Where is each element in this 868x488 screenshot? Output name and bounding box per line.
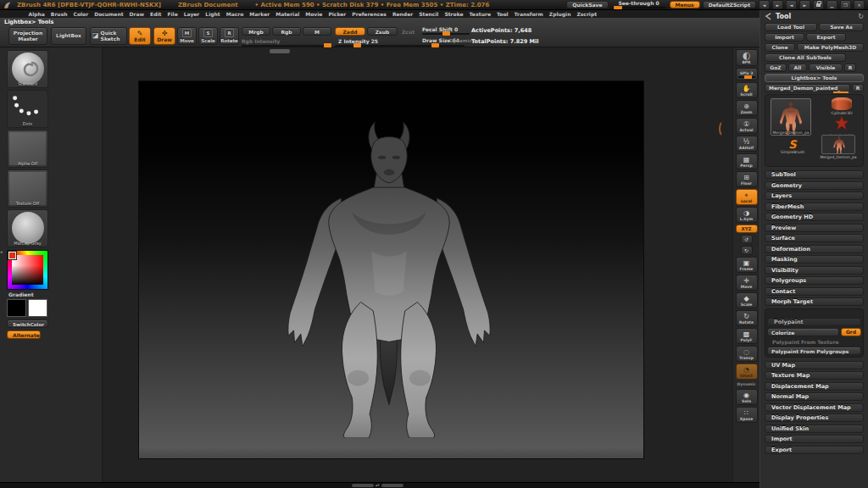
menu-item[interactable]: File <box>164 11 181 17</box>
save-as-button[interactable]: Save As <box>819 23 864 31</box>
lightbox-button[interactable]: LightBox <box>51 27 86 45</box>
restore-config-icon[interactable]: ↻ <box>858 13 864 20</box>
menu-item[interactable]: Draw <box>126 11 147 17</box>
right-shelf-button[interactable]: ① Actual <box>736 118 758 134</box>
rgb-intensity-slider[interactable] <box>242 45 331 47</box>
move-button[interactable]: M Move <box>177 27 197 45</box>
tool-section-header[interactable]: Layers <box>765 191 864 200</box>
right-shelf-button[interactable]: SPix 3 <box>736 68 758 80</box>
draw-button[interactable]: ✜ Draw <box>153 27 175 45</box>
tool-section-header[interactable]: Texture Map <box>765 371 864 380</box>
right-shelf-button[interactable]: ◌ Transp <box>736 346 758 362</box>
canvas-workspace[interactable] <box>103 47 732 482</box>
tray-collapse-arrow[interactable]: ◂ <box>0 249 3 254</box>
menu-item[interactable]: Layer <box>181 11 203 17</box>
close-icon[interactable]: ✕ <box>854 0 865 9</box>
tool-section-header[interactable]: Geometry HD <box>765 213 864 221</box>
brush-selector[interactable]: Standard <box>7 50 48 88</box>
right-shelf-button[interactable]: ▣ Frame <box>736 257 758 273</box>
export-button[interactable]: Export <box>806 33 846 42</box>
menu-item[interactable]: Movie <box>303 11 326 17</box>
right-shelf-button[interactable]: ½ AAHalf <box>736 136 758 152</box>
polypaint-header[interactable]: Polypaint <box>767 318 861 326</box>
import-button[interactable]: Import <box>765 33 804 42</box>
doc-next-icon[interactable]: ► <box>772 0 783 9</box>
demon-model[interactable] <box>283 120 495 438</box>
tool-section-header[interactable]: Geometry <box>765 181 864 190</box>
menu-item[interactable]: Stencil <box>416 11 442 17</box>
menu-item[interactable]: Brush <box>47 11 70 17</box>
quick-sketch-button[interactable]: ◪ Quick Sketch <box>90 27 127 45</box>
menu-item[interactable]: Edit <box>147 11 164 17</box>
menu-item[interactable]: Render <box>389 11 415 17</box>
menu-item[interactable]: Tool <box>493 11 511 17</box>
menu-item[interactable]: Stroke <box>442 11 466 17</box>
tool-section-header[interactable]: UV Map <box>765 361 864 369</box>
right-shelf-button[interactable]: ▦ Persp <box>736 153 758 169</box>
zsub-button[interactable]: Zsub <box>367 27 398 36</box>
tool-section-header[interactable]: Displacement Map <box>765 382 864 391</box>
zadd-button[interactable]: Zadd <box>335 27 365 36</box>
color-picker[interactable] <box>7 250 48 290</box>
tool-section-header[interactable]: Export <box>765 446 864 454</box>
m-button[interactable]: M <box>303 27 331 36</box>
clone-button[interactable]: Clone <box>765 43 795 52</box>
restore-icon[interactable]: ❐ <box>840 0 851 9</box>
tool-section-header[interactable]: Morph Target <box>765 297 864 306</box>
right-shelf-button[interactable]: ⊕ Zoom <box>736 100 758 116</box>
right-shelf-button[interactable]: ↻ Rotate <box>736 310 758 326</box>
merged-demon-tool[interactable]: Merged_Demon_pa <box>816 135 860 159</box>
tool-section-header[interactable]: Normal Map <box>765 392 864 401</box>
top-divider-handle[interactable] <box>270 49 290 53</box>
menu-item[interactable]: Zscript <box>574 11 600 17</box>
menu-item[interactable]: Light <box>203 11 223 17</box>
current-tool-thumbnail[interactable]: Merged_Demon_pa <box>771 98 811 136</box>
right-shelf-button[interactable]: ◔ Ghost <box>736 363 758 380</box>
rotate-button[interactable]: R Rotate <box>220 27 239 45</box>
saturation-value-square[interactable] <box>12 255 43 285</box>
goz-all-button[interactable]: All <box>788 64 807 72</box>
right-shelf-button[interactable]: ✋ Scroll <box>736 82 758 98</box>
projection-master-button[interactable]: Projection Master <box>8 27 47 45</box>
right-shelf-button[interactable]: ⊞ Floor <box>736 171 758 187</box>
default-zscript-button[interactable]: DefaultZScript <box>703 1 756 8</box>
dynamic-toggle[interactable]: Dynamic <box>449 38 472 43</box>
right-shelf-button[interactable]: ▩ PolyF <box>736 328 758 344</box>
minimize-icon[interactable]: ▁ <box>826 0 837 9</box>
simplebrush-tool[interactable]: S SimpleBrush <box>774 139 811 154</box>
tool-section-header[interactable]: Vector Displacement Map <box>765 403 864 412</box>
gradient-toggle[interactable]: Gradient <box>8 291 48 297</box>
menu-item[interactable]: Document <box>92 11 126 17</box>
goz-button[interactable]: GoZ <box>765 64 787 72</box>
see-through-slider[interactable]: See-through 0 <box>611 1 667 8</box>
menu-item[interactable]: Material <box>273 11 303 17</box>
right-shelf-button[interactable]: ∷ Xpose <box>736 407 758 423</box>
tool-section-header[interactable]: Deformation <box>765 245 864 253</box>
alpha-selector[interactable]: Alpha Off <box>7 130 48 168</box>
tool-section-header[interactable]: SubTool <box>765 170 864 179</box>
menu-item[interactable]: Alpha <box>25 11 47 17</box>
menu-item[interactable]: Preferences <box>349 11 390 17</box>
quicksave-button[interactable]: QuickSave <box>566 1 608 8</box>
right-shelf-button[interactable]: ◆ Scale <box>736 292 758 308</box>
right-shelf-button[interactable]: ◉ Solo <box>736 389 758 405</box>
right-shelf-button[interactable]: ⌖ Local <box>736 189 758 205</box>
see-through-track[interactable] <box>613 7 665 8</box>
colorize-button[interactable]: Colorize <box>767 328 839 336</box>
palette-next-icon[interactable]: ► <box>799 0 810 9</box>
right-shelf-button[interactable]: ◐ BPR <box>736 49 758 66</box>
menu-item[interactable]: Zplugin <box>546 11 574 17</box>
lightbox-tools-button[interactable]: Lightbox> Tools <box>765 74 864 82</box>
focal-shift-handle[interactable] <box>442 31 450 36</box>
menus-button[interactable]: Menus <box>670 1 700 8</box>
tool-section-header[interactable]: Masking <box>765 255 864 263</box>
tool-section-header[interactable]: Polygroups <box>765 276 864 285</box>
make-polymesh3d-button[interactable]: Make PolyMesh3D <box>797 43 864 52</box>
focal-shift-slider[interactable] <box>422 33 470 35</box>
right-shelf-button[interactable]: ↺ <box>741 235 753 244</box>
doc-prev-icon[interactable]: ◄ <box>759 0 770 9</box>
grd-button[interactable]: Grd <box>841 328 861 336</box>
secondary-color-swatch[interactable] <box>28 299 47 317</box>
mrgb-button[interactable]: Mrgb <box>242 27 270 36</box>
tool-section-header[interactable]: Visibility <box>765 266 864 274</box>
